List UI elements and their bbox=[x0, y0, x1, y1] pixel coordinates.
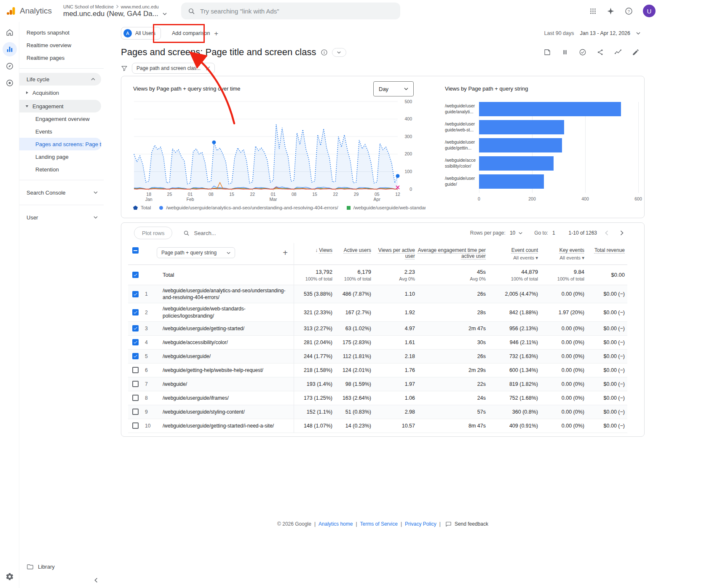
nav-search-console[interactable]: Search Console bbox=[19, 184, 104, 200]
collapse-nav-button[interactable] bbox=[19, 574, 104, 588]
select-all-checkbox[interactable] bbox=[132, 247, 139, 254]
analytics-home-link[interactable]: Analytics home bbox=[318, 521, 353, 527]
privacy-policy-link[interactable]: Privacy Policy bbox=[405, 521, 436, 527]
table-row[interactable]: 10 /webguide/userguide/getting-started/i… bbox=[128, 419, 627, 433]
row-checkbox[interactable] bbox=[132, 325, 139, 331]
table-row[interactable]: 3 /webguide/userguide/getting-started/31… bbox=[128, 322, 627, 336]
row-checkbox[interactable] bbox=[132, 409, 139, 415]
legend-item[interactable]: /webguide/userguide/web-standards-polici… bbox=[347, 205, 426, 210]
granularity-select[interactable]: Day bbox=[373, 81, 414, 96]
goto-page-input[interactable]: 1 bbox=[552, 230, 555, 236]
nav-landing-page[interactable]: Landing page bbox=[19, 150, 104, 163]
send-feedback-button[interactable]: Send feedback bbox=[445, 521, 488, 527]
nav-realtime-overview[interactable]: Realtime overview bbox=[19, 39, 104, 51]
event-count-filter[interactable]: All events ▾ bbox=[487, 255, 538, 261]
dimension-selector[interactable]: Page path + query string bbox=[157, 247, 235, 258]
row-checkbox[interactable] bbox=[132, 395, 139, 401]
nav-engagement-overview[interactable]: Engagement overview bbox=[19, 112, 104, 125]
terms-of-service-link[interactable]: Terms of Service bbox=[360, 521, 398, 527]
add-comparison-button[interactable]: Add comparison + bbox=[169, 27, 222, 40]
chevron-down-icon bbox=[227, 252, 230, 254]
row-checkbox[interactable] bbox=[132, 367, 139, 373]
nav-retention[interactable]: Retention bbox=[19, 163, 104, 176]
table-row[interactable]: 7 /webguide/193 (1.4%)98 (1.59%)1.9722s8… bbox=[128, 377, 627, 391]
total-row-checkbox[interactable] bbox=[132, 272, 139, 278]
row-checkbox[interactable] bbox=[132, 353, 139, 359]
table-row[interactable]: 5 /webguide/userguide/244 (1.77%)112 (1.… bbox=[128, 350, 627, 363]
column-header-views-per-user[interactable]: Views per active user bbox=[373, 247, 417, 259]
insights-icon[interactable] bbox=[613, 47, 624, 58]
analytics-logo[interactable]: Analytics bbox=[0, 6, 59, 16]
nav-user[interactable]: User bbox=[19, 209, 104, 225]
property-selector[interactable]: med.unc.edu (New, GA4 Da... bbox=[63, 10, 167, 18]
settings-gear-icon[interactable] bbox=[3, 569, 17, 584]
header-search[interactable] bbox=[181, 3, 400, 19]
nav-realtime-pages[interactable]: Realtime pages bbox=[19, 51, 104, 64]
column-header-active-users[interactable]: Active users bbox=[334, 247, 373, 253]
bar[interactable] bbox=[479, 138, 562, 152]
row-checkbox[interactable] bbox=[132, 422, 139, 429]
column-header-avg-engagement[interactable]: Average engagement time per active user bbox=[417, 247, 487, 259]
advertising-icon[interactable] bbox=[3, 76, 17, 90]
remove-filter-icon[interactable] bbox=[206, 66, 210, 71]
header-search-input[interactable] bbox=[200, 8, 393, 15]
row-checkbox[interactable] bbox=[132, 381, 139, 387]
note-icon[interactable] bbox=[542, 47, 553, 58]
table-search-input[interactable] bbox=[194, 230, 286, 236]
bar[interactable] bbox=[479, 156, 554, 171]
nav-pages-and-screens[interactable]: Pages and screens: Page ti... bbox=[19, 138, 102, 150]
table-row[interactable]: 8 /webguide/userguide/iframes/173 (1.25%… bbox=[128, 391, 627, 405]
all-users-segment-chip[interactable]: A All Users bbox=[121, 27, 161, 40]
legend-item[interactable]: /webguide/userguide/analytics-and-seo/un… bbox=[159, 205, 338, 210]
share-icon[interactable] bbox=[595, 47, 606, 58]
table-search[interactable] bbox=[183, 230, 286, 236]
nav-library[interactable]: Library bbox=[19, 559, 104, 574]
bar[interactable] bbox=[479, 120, 564, 134]
gemini-sparkle-icon[interactable] bbox=[607, 7, 615, 15]
breadcrumb[interactable]: UNC School of Medicine www.med.unc.edu bbox=[63, 4, 167, 9]
nav-reports-snapshot[interactable]: Reports snapshot bbox=[19, 26, 104, 39]
key-events-filter[interactable]: All events ▾ bbox=[540, 255, 584, 261]
home-icon[interactable] bbox=[3, 25, 17, 40]
metric-cell: 842 (1.88%) bbox=[487, 310, 540, 315]
table-row[interactable]: 6 /webguide/getting-help/website-help-re… bbox=[128, 363, 627, 377]
bar[interactable] bbox=[479, 102, 621, 116]
table-row[interactable]: 4 /webguide/accessibility/color/281 (2.0… bbox=[128, 336, 627, 350]
charts-card: Views by Page path + query string over t… bbox=[121, 76, 645, 218]
row-checkbox[interactable] bbox=[132, 309, 139, 315]
add-dimension-button[interactable]: + bbox=[283, 249, 288, 257]
apps-grid-icon[interactable] bbox=[589, 8, 597, 15]
plot-rows-button[interactable]: Plot rows bbox=[134, 227, 172, 239]
filter-chip[interactable]: Page path and screen clas... bbox=[132, 63, 215, 74]
prev-page-icon[interactable] bbox=[601, 227, 612, 238]
help-icon[interactable]: ? bbox=[625, 7, 633, 15]
user-avatar[interactable]: U bbox=[643, 5, 656, 17]
table-row[interactable]: 9 /webguide/userguide/styling-content/15… bbox=[128, 405, 627, 419]
info-icon[interactable] bbox=[321, 49, 328, 56]
column-header-key-events[interactable]: Key events All events ▾ bbox=[540, 247, 586, 261]
table-row[interactable]: 1 /webguide/userguide/analytics-and-seo/… bbox=[128, 285, 627, 303]
nav-section-lifecycle[interactable]: Life cycle bbox=[19, 73, 101, 86]
legend-item[interactable]: Total bbox=[133, 205, 151, 210]
nav-events[interactable]: Events bbox=[19, 125, 104, 138]
row-checkbox[interactable] bbox=[132, 291, 139, 297]
nav-acquisition[interactable]: Acquisition bbox=[19, 86, 104, 99]
rows-per-page-select[interactable]: 10 bbox=[510, 230, 522, 236]
reports-icon[interactable] bbox=[3, 42, 17, 56]
table-row[interactable]: 2 /webguide/userguide/web-standards-poli… bbox=[128, 303, 627, 321]
compare-reports-icon[interactable] bbox=[559, 47, 570, 58]
edit-pencil-icon[interactable] bbox=[630, 47, 641, 58]
next-page-icon[interactable] bbox=[616, 227, 627, 238]
date-range-selector[interactable]: Last 90 days Jan 13 - Apr 12, 2026 bbox=[544, 30, 645, 36]
chevron-down-icon bbox=[519, 232, 522, 234]
column-header-event-count[interactable]: Event count All events ▾ bbox=[487, 247, 540, 261]
bar[interactable] bbox=[479, 174, 544, 189]
row-checkbox[interactable] bbox=[132, 339, 139, 345]
column-header-views[interactable]: ↓Views bbox=[294, 247, 334, 253]
total-label: Total bbox=[157, 269, 294, 281]
report-options-dropdown[interactable] bbox=[332, 48, 346, 57]
nav-engagement[interactable]: Engagement bbox=[19, 100, 101, 112]
column-header-total-revenue[interactable]: Total revenue bbox=[586, 247, 626, 253]
snapshot-check-icon[interactable] bbox=[577, 47, 588, 58]
explore-icon[interactable] bbox=[3, 59, 17, 73]
